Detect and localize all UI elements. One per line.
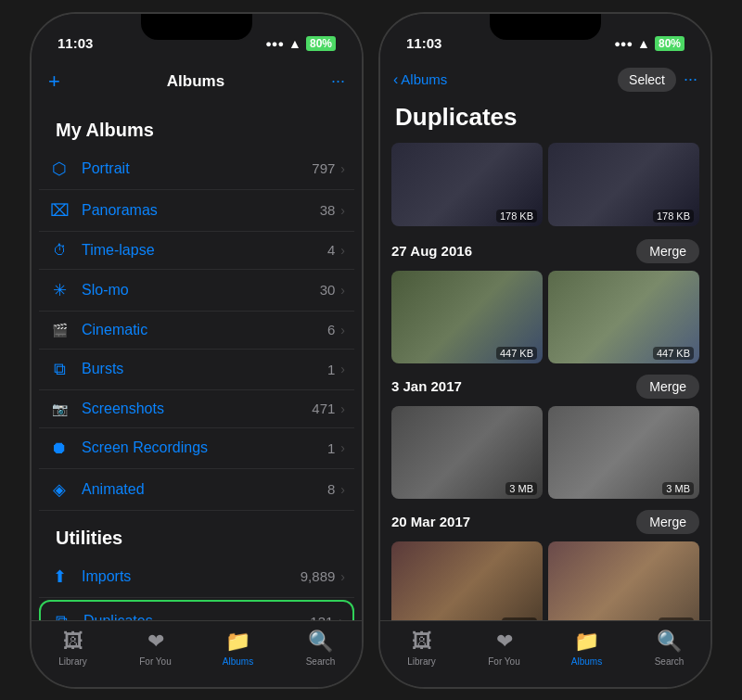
- utilities-heading: Utilities: [39, 511, 354, 556]
- bursts-count: 1: [327, 362, 335, 377]
- select-button[interactable]: Select: [618, 68, 676, 92]
- search-icon: 🔍: [308, 630, 333, 654]
- slomo-count: 30: [320, 282, 336, 298]
- library-icon: 🖼: [63, 630, 83, 654]
- merge-button-2[interactable]: Merge: [636, 375, 699, 399]
- dup-thumb-building-1b[interactable]: 447 KB: [548, 271, 699, 363]
- dup-thumb-face-3a[interactable]: 34 KB: [391, 541, 543, 620]
- dup-group-3: 20 Mar 2017 Merge 34 KB 36 KB: [391, 510, 699, 620]
- tab-search[interactable]: 🔍 Search: [279, 630, 362, 667]
- dup-thumb-building-1a[interactable]: 447 KB: [391, 271, 543, 363]
- right-for-you-icon: ❤: [496, 630, 513, 654]
- albums-icon: 📁: [225, 630, 250, 654]
- chevron-icon: ›: [340, 243, 345, 258]
- dup-thumb-1[interactable]: 178 KB: [391, 143, 543, 226]
- tab-for-you[interactable]: ❤ For You: [114, 630, 197, 667]
- right-notch: [490, 14, 601, 40]
- right-library-icon: 🖼: [412, 630, 432, 654]
- chevron-icon: ›: [340, 569, 345, 584]
- tab-albums[interactable]: 📁 Albums: [197, 630, 279, 667]
- add-album-button[interactable]: +: [48, 70, 60, 94]
- duplicates-label: Duplicates: [83, 613, 310, 620]
- album-item-bursts[interactable]: ⧉ Bursts 1 ›: [39, 350, 354, 390]
- imports-icon: ⬆: [48, 566, 70, 587]
- right-status-time: 11:03: [406, 35, 441, 51]
- chevron-icon: ›: [340, 323, 345, 337]
- dup-thumb-chair-2a[interactable]: 3 MB: [391, 406, 543, 499]
- bursts-label: Bursts: [82, 361, 327, 377]
- tab-library-label: Library: [58, 656, 87, 667]
- album-item-cinematic[interactable]: 🎬 Cinematic 6 ›: [39, 312, 354, 350]
- left-screen: + Albums ··· My Albums ⬡ Portrait 797 › …: [32, 60, 362, 687]
- album-item-imports[interactable]: ⬆ Imports 9,889 ›: [39, 556, 354, 598]
- portrait-icon: ⬡: [48, 159, 70, 179]
- right-tab-search-label: Search: [655, 656, 684, 667]
- timelapse-icon: ⏱: [48, 242, 70, 258]
- back-button[interactable]: ‹ Albums: [393, 71, 447, 88]
- dup-date-row-2: 3 Jan 2017 Merge: [391, 375, 699, 399]
- dup-chair-size-2b: 3 MB: [662, 482, 694, 495]
- album-item-slomo[interactable]: ✳ Slo-mo 30 ›: [39, 270, 354, 312]
- screen-recordings-icon: ⏺: [48, 439, 70, 458]
- screenshots-icon: 📷: [48, 401, 70, 416]
- chevron-icon: ›: [340, 161, 345, 176]
- merge-button-3[interactable]: Merge: [636, 510, 699, 534]
- album-item-portrait[interactable]: ⬡ Portrait 797 ›: [39, 148, 354, 190]
- album-item-screenshots[interactable]: 📷 Screenshots 471 ›: [39, 390, 354, 428]
- animated-icon: ◈: [48, 479, 70, 500]
- dup-pair-3: 34 KB 36 KB: [391, 541, 699, 620]
- dup-face-size-3b: 36 KB: [659, 617, 694, 620]
- right-tab-for-you-label: For You: [488, 656, 519, 667]
- dup-face-size-3a: 34 KB: [502, 617, 537, 620]
- left-status-icons: ●●● ▲ 80%: [265, 36, 336, 51]
- right-screen: ‹ Albums Select ··· Duplicates 178 KB 17…: [380, 60, 710, 687]
- albums-more-button[interactable]: ···: [331, 71, 345, 91]
- timelapse-label: Time-lapse: [82, 242, 327, 259]
- album-item-animated[interactable]: ◈ Animated 8 ›: [39, 469, 354, 511]
- slomo-label: Slo-mo: [82, 282, 320, 299]
- screenshots-label: Screenshots: [82, 401, 312, 417]
- album-item-panoramas[interactable]: ⌧ Panoramas 38 ›: [39, 190, 354, 232]
- chevron-icon: ›: [340, 482, 345, 497]
- tab-library[interactable]: 🖼 Library: [32, 630, 114, 667]
- left-phone: 11:03 ●●● ▲ 80% + Albums ··· My Albums ⬡…: [30, 12, 364, 689]
- dup-thumb-face-3b[interactable]: 36 KB: [548, 541, 699, 620]
- dup-thumb-2[interactable]: 178 KB: [548, 143, 699, 226]
- dup-size-2: 178 KB: [653, 210, 694, 223]
- right-tab-search[interactable]: 🔍 Search: [628, 630, 710, 667]
- right-phone: 11:03 ●●● ▲ 80% ‹ Albums Select ··· Dupl…: [378, 12, 712, 689]
- screen-recordings-count: 1: [327, 440, 335, 456]
- signal-icon: ●●●: [265, 38, 284, 49]
- chevron-icon: ›: [340, 203, 345, 218]
- right-tab-bar: 🖼 Library ❤ For You 📁 Albums 🔍 Search: [380, 620, 710, 687]
- for-you-icon: ❤: [147, 630, 164, 654]
- right-tab-library-label: Library: [407, 656, 436, 667]
- right-battery-badge: 80%: [655, 36, 684, 51]
- albums-header: + Albums ···: [32, 60, 362, 103]
- panoramas-icon: ⌧: [48, 200, 70, 221]
- right-tab-for-you[interactable]: ❤ For You: [463, 630, 545, 667]
- merge-button-1[interactable]: Merge: [636, 239, 699, 263]
- album-item-timelapse[interactable]: ⏱ Time-lapse 4 ›: [39, 232, 354, 270]
- dup-date-row-3: 20 Mar 2017 Merge: [391, 510, 699, 534]
- album-item-duplicates[interactable]: ⧉ Duplicates 131 ›: [39, 600, 354, 620]
- imports-count: 9,889: [301, 568, 336, 584]
- dup-more-button[interactable]: ···: [684, 70, 697, 89]
- panoramas-label: Panoramas: [82, 202, 320, 219]
- dup-thumb-chair-2b[interactable]: 3 MB: [548, 406, 699, 499]
- album-item-screen-recordings[interactable]: ⏺ Screen Recordings 1 ›: [39, 428, 354, 469]
- battery-badge: 80%: [306, 36, 336, 51]
- portrait-count: 797: [312, 160, 335, 176]
- right-search-icon: 🔍: [657, 630, 682, 654]
- chevron-icon: ›: [339, 614, 343, 620]
- tab-albums-label: Albums: [223, 656, 253, 667]
- wifi-icon: ▲: [288, 36, 301, 51]
- right-tab-albums[interactable]: 📁 Albums: [545, 630, 628, 667]
- dup-first-pair: 178 KB 178 KB: [391, 143, 699, 226]
- screenshots-count: 471: [312, 401, 335, 416]
- right-signal-icon: ●●●: [614, 38, 633, 49]
- right-albums-icon: 📁: [574, 630, 599, 654]
- slomo-icon: ✳: [48, 280, 70, 300]
- left-tab-bar: 🖼 Library ❤ For You 📁 Albums 🔍 Search: [32, 620, 362, 687]
- right-tab-library[interactable]: 🖼 Library: [380, 630, 463, 667]
